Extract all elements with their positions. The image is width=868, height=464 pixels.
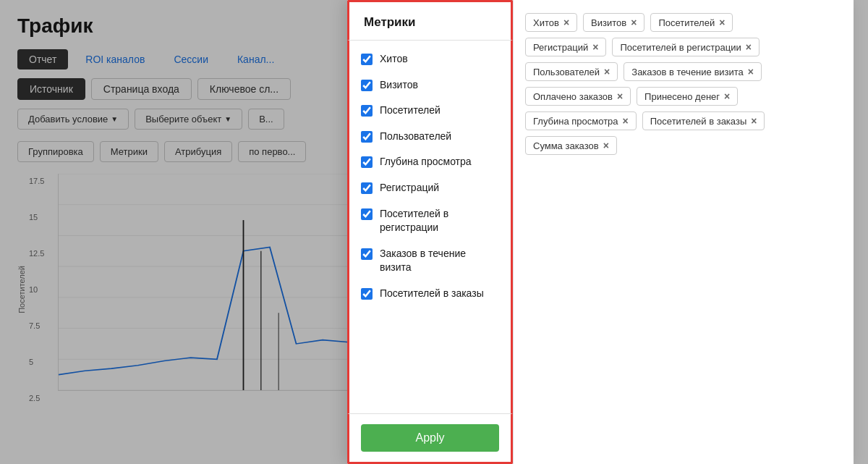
modal-panel: Метрики Хитов Визитов Посетителей Пользо… (347, 0, 854, 464)
tag-visitors-orders[interactable]: Посетителей в заказы × (642, 111, 765, 130)
tag-visits[interactable]: Визитов × (583, 13, 644, 32)
apply-button[interactable]: Apply (361, 424, 499, 452)
modal-left: Метрики Хитов Визитов Посетителей Пользо… (347, 0, 514, 464)
checkbox-list: Хитов Визитов Посетителей Пользователей … (347, 41, 513, 413)
tags-row-4: Оплачено заказов × Принесено денег × (525, 87, 842, 106)
tags-row-2: Регистраций × Посетителей в регистрации … (525, 38, 842, 56)
checkbox-visitors-reg[interactable]: Посетителей в регистрации (349, 201, 511, 241)
tag-registrations[interactable]: Регистраций × (525, 38, 606, 56)
tags-row-6: Сумма заказов × (525, 136, 842, 155)
tag-revenue-remove[interactable]: × (724, 90, 730, 102)
tag-depth-remove[interactable]: × (623, 115, 629, 127)
tag-visitors-reg[interactable]: Посетителей в регистрации × (612, 38, 759, 56)
tag-visitors-remove[interactable]: × (719, 17, 725, 28)
checkbox-registrations[interactable]: Регистраций (349, 175, 511, 201)
tag-visitors-orders-remove[interactable]: × (751, 115, 757, 127)
checkbox-users[interactable]: Пользователей (349, 124, 511, 150)
tag-depth[interactable]: Глубина просмотра × (525, 111, 637, 130)
apply-area: Apply (347, 413, 513, 464)
tag-hits-remove[interactable]: × (563, 17, 569, 28)
checkbox-depth[interactable]: Глубина просмотра (349, 149, 511, 175)
checkbox-visitors-orders[interactable]: Посетителей в заказы (349, 281, 511, 307)
modal-right: Хитов × Визитов × Посетителей × Регистра… (514, 0, 854, 464)
tag-revenue[interactable]: Принесено денег × (637, 87, 738, 106)
tag-visitors-reg-remove[interactable]: × (746, 41, 752, 53)
tag-order-sum-remove[interactable]: × (603, 140, 609, 151)
checkbox-hits[interactable]: Хитов (349, 46, 511, 72)
tag-orders-visit[interactable]: Заказов в течение визита × (624, 62, 762, 81)
modal-overlay: Метрики Хитов Визитов Посетителей Пользо… (0, 0, 868, 464)
tag-hits[interactable]: Хитов × (525, 13, 577, 32)
tag-orders-visit-remove[interactable]: × (748, 66, 754, 77)
tags-row-1: Хитов × Визитов × Посетителей × (525, 13, 842, 32)
tags-row-5: Глубина просмотра × Посетителей в заказы… (525, 111, 842, 130)
modal-title: Метрики (347, 0, 513, 41)
checkbox-visitors[interactable]: Посетителей (349, 98, 511, 124)
tag-order-sum[interactable]: Сумма заказов × (525, 136, 617, 155)
tag-paid-orders[interactable]: Оплачено заказов × (525, 87, 631, 106)
checkbox-orders-visit[interactable]: Заказов в течение визита (349, 241, 511, 281)
tag-users[interactable]: Пользователей × (525, 62, 618, 81)
tag-registrations-remove[interactable]: × (592, 41, 598, 53)
tag-users-remove[interactable]: × (604, 66, 610, 77)
tag-visits-remove[interactable]: × (631, 17, 637, 28)
checkbox-visits[interactable]: Визитов (349, 72, 511, 98)
tags-row-3: Пользователей × Заказов в течение визита… (525, 62, 842, 81)
tag-paid-orders-remove[interactable]: × (617, 90, 623, 102)
tag-visitors[interactable]: Посетителей × (650, 13, 733, 32)
